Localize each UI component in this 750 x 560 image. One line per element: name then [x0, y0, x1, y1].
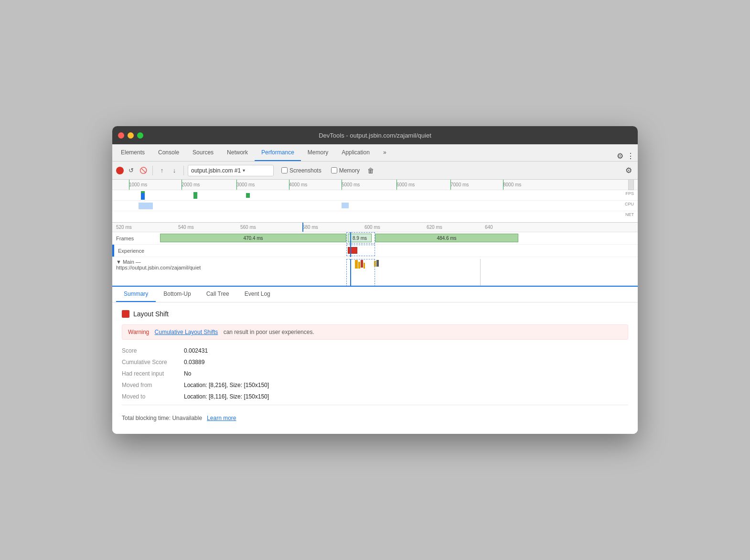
- score-value: 0.002431: [184, 347, 208, 354]
- tab-sources[interactable]: Sources: [186, 144, 220, 161]
- main-gray-line: [480, 259, 481, 287]
- clear-recordings-button[interactable]: 🗑: [367, 167, 374, 174]
- cls-link[interactable]: Cumulative Layout Shifts: [155, 329, 218, 335]
- tab-event-log[interactable]: Event Log: [237, 287, 278, 302]
- window-title: DevTools - output.jsbin.com/zajamil/quie…: [319, 132, 431, 139]
- memory-label: Memory: [339, 167, 360, 174]
- capture-settings-button[interactable]: ⚙: [623, 165, 634, 176]
- tab-console[interactable]: Console: [151, 144, 186, 161]
- experience-label: Experience: [112, 248, 160, 254]
- tab-call-tree[interactable]: Call Tree: [199, 287, 237, 302]
- ruler-mark-1: 1000 ms: [129, 182, 147, 187]
- main-block-4: [364, 263, 365, 269]
- settings-icon[interactable]: ⚙: [615, 151, 625, 161]
- warning-suffix: can result in poor user experiences.: [224, 329, 314, 335]
- main-blocks-2: [374, 260, 379, 267]
- fps-bar-3: [246, 193, 250, 198]
- tab-summary[interactable]: Summary: [116, 287, 156, 302]
- traffic-lights: [118, 132, 143, 139]
- detail-cursor: [302, 223, 303, 232]
- green-marker-5: [342, 180, 342, 190]
- screenshots-checkbox-group: Screenshots: [281, 167, 321, 174]
- reload-button[interactable]: ↺: [126, 165, 136, 176]
- divider: [122, 405, 628, 405]
- moved-to-value: Location: [8,116], Size: [150x150]: [184, 393, 269, 400]
- detail-mark-620: 620 ms: [427, 225, 442, 230]
- main-label: ▼ Main — https://output.jsbin.com/zajami…: [112, 259, 160, 270]
- tab-more[interactable]: »: [376, 144, 393, 161]
- screenshots-checkbox[interactable]: [281, 167, 288, 173]
- frame-label-2: 8.9 ms: [353, 236, 367, 241]
- fps-bar-2: [193, 192, 197, 199]
- score-row: Score 0.002431: [122, 347, 628, 354]
- total-blocking-label: Total blocking time: Unavailable: [122, 415, 202, 421]
- minimize-button[interactable]: [128, 132, 134, 139]
- main-block-2: [358, 262, 360, 269]
- detail-mark-640: 640: [485, 225, 493, 230]
- cumulative-value: 0.03889: [184, 359, 204, 366]
- tab-performance[interactable]: Performance: [255, 144, 301, 161]
- main-cursor: [350, 259, 351, 287]
- detail-mark-540: 540 ms: [178, 225, 194, 230]
- cpu-label: CPU: [625, 202, 634, 206]
- divider: [152, 166, 153, 175]
- frame-block-2: 8.9 ms: [348, 234, 372, 242]
- green-marker-2: [182, 180, 182, 190]
- fps-label: FPS: [625, 191, 634, 196]
- experience-blue-bar: [112, 245, 114, 257]
- ruler-mark-5: 5000 ms: [342, 182, 360, 187]
- screenshots-label: Screenshots: [289, 167, 321, 174]
- tab-application[interactable]: Application: [335, 144, 376, 161]
- score-label: Score: [122, 347, 184, 354]
- main-blocks: [355, 260, 365, 269]
- overview-timeline: 1000 ms 2000 ms 3000 ms 4000 ms 5000 ms …: [112, 180, 638, 223]
- url-text: output.jsbin.com #1: [191, 167, 241, 174]
- layout-shift-title: Layout Shift: [133, 310, 169, 318]
- moved-from-value: Location: [8,216], Size: [150x150]: [184, 382, 269, 388]
- ruler-mark-3: 3000 ms: [236, 182, 255, 187]
- bottom-tabs: Summary Bottom-Up Call Tree Event Log: [112, 287, 638, 302]
- nav-tabs: Elements Console Sources Network Perform…: [112, 144, 638, 162]
- green-marker-3: [236, 180, 237, 190]
- cpu-block-2: [342, 203, 349, 208]
- memory-checkbox-group: Memory: [331, 167, 360, 174]
- tab-network[interactable]: Network: [220, 144, 255, 161]
- frames-label: Frames: [112, 236, 160, 241]
- learn-more-link[interactable]: Learn more: [207, 415, 236, 421]
- green-marker-7: [450, 180, 451, 190]
- detail-mark-600: 600 ms: [364, 225, 380, 230]
- more-options-icon[interactable]: ⋮: [625, 151, 636, 161]
- detail-mark-580: 580 ms: [302, 225, 318, 230]
- url-dropdown[interactable]: ▾: [243, 168, 245, 173]
- close-button[interactable]: [118, 132, 124, 139]
- moved-from-row: Moved from Location: [8,216], Size: [150…: [122, 382, 628, 388]
- devtools-window: DevTools - output.jsbin.com/zajamil/quie…: [112, 126, 638, 434]
- cumulative-row: Cumulative Score 0.03889: [122, 359, 628, 366]
- maximize-button[interactable]: [137, 132, 143, 139]
- total-blocking-row: Total blocking time: Unavailable Learn m…: [122, 410, 628, 426]
- tab-bottom-up[interactable]: Bottom-Up: [156, 287, 198, 302]
- green-marker-6: [396, 180, 397, 190]
- divider2: [183, 166, 184, 175]
- upload-button[interactable]: ↑: [157, 165, 167, 176]
- frame-block-3: 484.6 ms: [375, 234, 518, 242]
- download-button[interactable]: ↓: [169, 165, 180, 176]
- tab-memory[interactable]: Memory: [301, 144, 335, 161]
- moved-to-label: Moved to: [122, 393, 184, 400]
- record-button[interactable]: [116, 167, 124, 174]
- tab-elements[interactable]: Elements: [114, 144, 151, 161]
- layout-shift-icon: [122, 310, 129, 318]
- main-block-6: [376, 260, 379, 267]
- warning-prefix: Warning: [128, 329, 149, 335]
- titlebar: DevTools - output.jsbin.com/zajamil/quie…: [112, 126, 638, 144]
- main-block-1: [355, 260, 358, 269]
- net-label: NET: [625, 212, 634, 217]
- cumulative-label: Cumulative Score: [122, 359, 184, 366]
- performance-toolbar: ↺ 🚫 ↑ ↓ output.jsbin.com #1 ▾ Screenshot…: [112, 162, 638, 180]
- clear-button[interactable]: 🚫: [138, 165, 149, 176]
- warning-bar: Warning Cumulative Layout Shifts can res…: [122, 324, 628, 340]
- url-bar: output.jsbin.com #1 ▾: [188, 165, 274, 176]
- memory-checkbox[interactable]: [331, 167, 337, 173]
- timeline-scrollbar[interactable]: [628, 180, 634, 190]
- ruler-mark-4: 4000 ms: [289, 182, 307, 187]
